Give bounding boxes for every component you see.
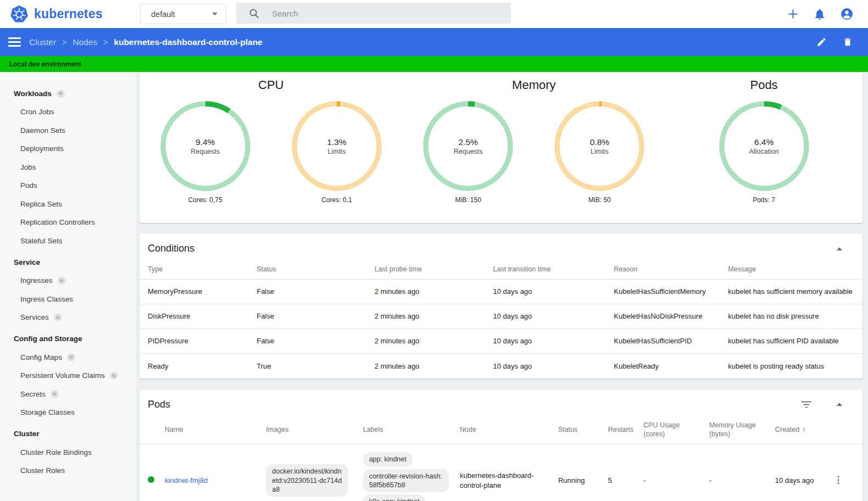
sidebar-item-cluster-roles[interactable]: Cluster Roles <box>0 461 136 480</box>
pods-col-label: Restarts <box>608 426 634 433</box>
sidebar-item-ingresses[interactable]: IngressesN <box>0 271 136 290</box>
pods-card-header: Pods <box>140 389 863 415</box>
breadcrumb-link-nodes[interactable]: Nodes <box>73 37 97 47</box>
label-chip: k8s-app: kindnet <box>363 494 426 501</box>
gauge-value: 6.4% <box>754 137 774 147</box>
new-badge: N <box>67 353 75 361</box>
sidebar-item-deployments[interactable]: Deployments <box>0 140 136 158</box>
conditions-col-last-probe-time: Last probe time <box>375 259 493 280</box>
new-badge: N <box>58 276 66 285</box>
sidebar-item-secrets[interactable]: SecretsN <box>0 385 136 404</box>
sidebar-item-ingress-classes[interactable]: Ingress Classes <box>0 290 136 309</box>
pods-col-name[interactable]: Name <box>165 415 266 444</box>
sidebar-item-label: Replica Sets <box>20 200 62 208</box>
search-input[interactable] <box>271 8 485 19</box>
gauge-sublabel: Requests <box>191 148 220 155</box>
breadcrumb-current: kubernetes-dashboard-control-plane <box>114 37 262 47</box>
sidebar-section-label: Service <box>14 258 40 266</box>
sidebar-item-label: Ingresses <box>20 276 53 285</box>
content-area: WorkloadsNCron JobsDaemon SetsDeployment… <box>0 72 868 501</box>
sidebar-item-label: Ingress Classes <box>20 295 73 303</box>
pods-col-cpu-usage-cores[interactable]: CPU Usage (cores) <box>643 415 709 444</box>
condition-cell: True <box>257 354 375 378</box>
pod-status-ok-icon <box>148 476 154 483</box>
pods-col-labels[interactable]: Labels <box>363 415 460 444</box>
namespace-selected-value: default <box>151 10 175 19</box>
condition-cell: DiskPressure <box>140 304 257 329</box>
gauge-caption: Pods: 7 <box>753 196 775 204</box>
collapse-icon[interactable] <box>837 403 842 406</box>
filter-icon[interactable] <box>802 401 811 408</box>
sidebar-item-replication-controllers[interactable]: Replication Controllers <box>0 213 136 232</box>
pods-col-label: Created <box>775 426 799 433</box>
notifications-button[interactable] <box>813 8 826 21</box>
row-menu-icon[interactable]: ⋮ <box>833 475 843 485</box>
new-badge: N <box>51 390 59 398</box>
pods-col-status[interactable]: Status <box>558 415 608 444</box>
gauge-value: 1.3% <box>327 137 346 147</box>
gauge-value: 2.5% <box>459 137 478 147</box>
collapse-icon[interactable] <box>837 247 842 250</box>
pods-card: Pods NameImagesLabelsNodeStatusRestar <box>140 389 863 501</box>
conditions-title: Conditions <box>148 243 194 254</box>
conditions-table: TypeStatusLast probe timeLast transition… <box>140 259 863 378</box>
sidebar-item-storage-classes[interactable]: Storage Classes <box>0 403 136 422</box>
sidebar-item-cluster-role-bindings[interactable]: Cluster Role Bindings <box>0 443 136 462</box>
sidebar-item-label: Deployments <box>20 144 64 153</box>
conditions-col-message: Message <box>728 259 863 280</box>
donut-chart: 6.4%Allocation <box>717 99 811 193</box>
sidebar-item-label: Secrets <box>20 390 46 398</box>
conditions-col-last-transition-time: Last transition time <box>493 259 614 280</box>
breadcrumb-link-cluster[interactable]: Cluster <box>29 37 56 47</box>
pods-col-restarts[interactable]: Restarts <box>608 415 643 444</box>
pods-col-label: Memory Usage (bytes) <box>709 421 756 438</box>
label-chip: app: kindnet <box>363 452 413 466</box>
pods-col-node[interactable]: Node <box>460 415 558 444</box>
pod-created: 10 days ago <box>775 444 834 501</box>
notifications-icon <box>813 8 826 21</box>
pods-col-created[interactable]: Created↑ <box>775 415 834 444</box>
sidebar-item-pods[interactable]: Pods <box>0 176 136 195</box>
sidebar-item-label: Jobs <box>20 163 36 171</box>
gauge-pods-allocation: 6.4%AllocationPods: 7 <box>717 99 811 204</box>
delete-icon <box>843 37 853 47</box>
metric-group-pods: Pods6.4%AllocationPods: 7 <box>665 77 863 223</box>
pods-col-memory-usage-bytes[interactable]: Memory Usage (bytes) <box>709 415 775 444</box>
sidebar-item-persistent-volume-claims[interactable]: Persistent Volume ClaimsN <box>0 366 136 385</box>
header-actions <box>787 0 854 28</box>
sidebar-item-stateful-sets[interactable]: Stateful Sets <box>0 232 136 250</box>
sidebar-item-jobs[interactable]: Jobs <box>0 158 136 177</box>
conditions-header-row: TypeStatusLast probe timeLast transition… <box>140 259 863 280</box>
sidebar-item-replica-sets[interactable]: Replica Sets <box>0 195 136 214</box>
condition-cell: kubelet has sufficient memory available <box>728 280 863 304</box>
pods-col-images[interactable]: Images <box>266 415 363 444</box>
condition-cell: KubeletHasSufficientPID <box>614 329 728 354</box>
sidebar-item-daemon-sets[interactable]: Daemon Sets <box>0 121 136 140</box>
sidebar-item-label: Replication Controllers <box>20 218 95 226</box>
condition-cell: PIDPressure <box>140 329 257 354</box>
edit-button[interactable] <box>816 37 827 47</box>
donut-chart: 2.5%Requests <box>421 99 515 193</box>
add-resource-button[interactable] <box>787 8 799 20</box>
pod-name-link[interactable]: kindnet-fmj8d <box>165 476 208 485</box>
pod-restarts: 5 <box>608 444 643 501</box>
sidebar-item-cron-jobs[interactable]: Cron Jobs <box>0 103 136 121</box>
condition-cell: KubeletHasSufficientMemory <box>614 280 728 304</box>
pod-memory-usage: - <box>709 444 775 501</box>
condition-cell: kubelet has no disk pressure <box>728 304 863 329</box>
conditions-card-header: Conditions <box>140 233 863 259</box>
pods-card-actions <box>802 401 842 408</box>
gauge-sublabel: Limits <box>591 148 609 155</box>
environment-banner-text: Local dev environment <box>9 60 81 68</box>
delete-button[interactable] <box>843 37 853 47</box>
sidebar-item-config-maps[interactable]: Config MapsN <box>0 348 136 367</box>
namespace-selector[interactable]: default <box>140 4 226 24</box>
kubernetes-home-link[interactable]: kubernetes <box>10 5 103 24</box>
sidebar-item-services[interactable]: ServicesN <box>0 308 136 327</box>
condition-cell: 10 days ago <box>493 304 614 329</box>
menu-icon[interactable] <box>8 35 21 49</box>
search-icon <box>249 8 259 19</box>
account-button[interactable] <box>840 7 854 21</box>
condition-cell: KubeletHasNoDiskPressure <box>614 304 728 329</box>
breadcrumb-separator-icon: > <box>103 38 108 47</box>
